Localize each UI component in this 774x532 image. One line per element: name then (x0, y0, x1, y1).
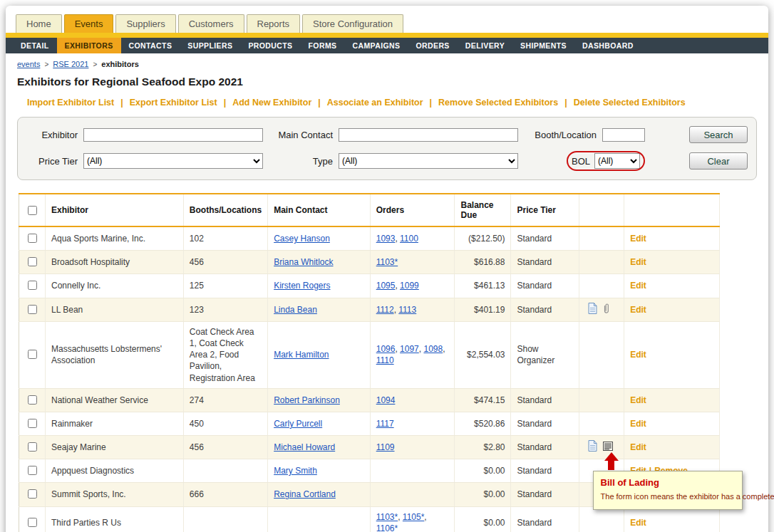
order-link[interactable]: 1103* (376, 512, 398, 522)
booths-cell: 456 (183, 436, 267, 459)
exhibitor-name-cell: Summit Sports, Inc. (46, 483, 184, 506)
subnav-item-campaigns[interactable]: CAMPAIGNS (344, 38, 408, 53)
action-link-associate-an-exhibitor[interactable]: Associate an Exhibitor (327, 98, 423, 108)
action-link-delete-selected-exhibitors[interactable]: Delete Selected Exhibitors (574, 98, 686, 108)
row-actions-cell: Edit (624, 274, 720, 298)
contact-link[interactable]: Carly Purcell (274, 419, 322, 429)
row-checkbox[interactable] (28, 234, 37, 243)
type-filter-label: Type (263, 156, 339, 167)
contact-link[interactable]: Mark Hamilton (274, 350, 329, 360)
contact-link[interactable]: Mary Smith (274, 466, 317, 476)
order-link[interactable]: 1106* (376, 523, 398, 532)
subnav-item-suppliers[interactable]: SUPPLIERS (180, 38, 240, 53)
subnav-item-shipments[interactable]: SHIPMENTS (512, 38, 574, 53)
subnav-item-products[interactable]: PRODUCTS (240, 38, 300, 53)
order-link[interactable]: 1105* (403, 512, 424, 522)
row-checkbox-cell (19, 436, 46, 459)
row-checkbox[interactable] (28, 395, 37, 405)
price-tier-select[interactable]: (All) (83, 153, 263, 169)
action-link-remove-selected-exhibitors[interactable]: Remove Selected Exhibitors (438, 98, 558, 108)
edit-link[interactable]: Edit (630, 281, 646, 291)
contact-link[interactable]: Casey Hanson (274, 234, 330, 244)
tab-customers[interactable]: Customers (178, 14, 244, 33)
contact-link[interactable]: Kirsten Rogers (274, 281, 330, 291)
exhibitor-name-cell: Massachusetts Lobstermens' Association (46, 321, 184, 388)
tab-store-configuration[interactable]: Store Configuration (302, 14, 403, 33)
edit-link[interactable]: Edit (630, 257, 646, 267)
breadcrumb-link-events[interactable]: events (17, 60, 40, 68)
order-link[interactable]: 1098 (423, 344, 443, 354)
subnav-item-delivery[interactable]: DELIVERY (458, 38, 512, 53)
order-link[interactable]: 1103* (376, 257, 398, 267)
subnav-item-contacts[interactable]: CONTACTS (121, 38, 180, 53)
main-contact-filter-input[interactable] (339, 128, 518, 142)
exhibitor-filter-input[interactable] (83, 128, 263, 142)
type-select[interactable]: (All) (339, 153, 518, 169)
row-checkbox[interactable] (28, 466, 37, 475)
bol-select[interactable]: (All) (594, 153, 640, 169)
row-checkbox[interactable] (28, 419, 37, 428)
subnav-item-forms[interactable]: FORMS (301, 38, 345, 53)
action-link-add-new-exhibitor[interactable]: Add New Exhibitor (232, 98, 311, 108)
document-icon[interactable] (588, 303, 597, 317)
balance-due-cell: $2.80 (455, 436, 511, 459)
subnav-item-dashboard[interactable]: DASHBOARD (574, 38, 641, 53)
orders-cell: 1109 (370, 436, 455, 459)
table-row: Rainmaker450Carly Purcell1117$520.86Stan… (19, 412, 720, 435)
contact-link[interactable]: Linda Bean (274, 305, 317, 315)
edit-link[interactable]: Edit (630, 518, 646, 528)
order-link[interactable]: 1097 (400, 344, 419, 354)
order-link[interactable]: 1093 (376, 234, 396, 244)
row-checkbox[interactable] (28, 489, 37, 499)
edit-link[interactable]: Edit (630, 395, 646, 405)
subnav-item-exhibitors[interactable]: EXHIBITORS (57, 38, 121, 53)
contact-link[interactable]: Briana Whitlock (274, 257, 333, 267)
search-button[interactable]: Search (689, 126, 748, 143)
action-link-import-exhibitor-list[interactable]: Import Exhibitor List (27, 98, 114, 108)
row-checkbox[interactable] (28, 281, 37, 290)
column-header-attachments (579, 194, 624, 226)
action-link-export-exhibitor-list[interactable]: Export Exhibitor List (130, 98, 217, 108)
tab-events[interactable]: Events (64, 14, 114, 33)
tab-home[interactable]: Home (16, 14, 62, 33)
order-link[interactable]: 1100 (400, 234, 418, 244)
row-checkbox-cell (19, 388, 46, 412)
row-checkbox-cell (19, 459, 46, 483)
breadcrumb-separator: > (93, 61, 97, 68)
order-link[interactable]: 1096 (376, 344, 396, 354)
edit-link[interactable]: Edit (630, 442, 646, 452)
row-checkbox[interactable] (28, 350, 37, 359)
table-row: Seajay Marine456Michael Howard1109$2.80S… (19, 436, 720, 459)
select-all-checkbox[interactable] (28, 206, 37, 215)
edit-link[interactable]: Edit (630, 305, 646, 315)
subnav-item-detail[interactable]: DETAIL (13, 38, 57, 53)
booth-filter-input[interactable] (602, 128, 645, 142)
order-link[interactable]: 1094 (376, 395, 396, 405)
row-checkbox[interactable] (28, 518, 37, 527)
tab-suppliers[interactable]: Suppliers (115, 14, 175, 33)
tab-reports[interactable]: Reports (247, 14, 301, 33)
edit-link[interactable]: Edit (630, 350, 646, 360)
row-checkbox[interactable] (28, 305, 37, 314)
paperclip-icon[interactable] (603, 303, 610, 317)
edit-link[interactable]: Edit (630, 234, 646, 244)
contact-link[interactable]: Robert Parkinson (274, 395, 340, 405)
order-link[interactable]: 1110 (376, 355, 394, 365)
order-link[interactable]: 1095 (376, 281, 396, 291)
clear-button[interactable]: Clear (689, 152, 748, 169)
table-row: Connelly Inc.125Kirsten Rogers1095, 1099… (19, 274, 720, 298)
order-link[interactable]: 1113 (398, 305, 416, 315)
subnav-item-orders[interactable]: ORDERS (408, 38, 457, 53)
row-checkbox[interactable] (28, 257, 37, 266)
contact-link[interactable]: Regina Cortland (274, 489, 336, 499)
row-checkbox[interactable] (28, 442, 37, 452)
order-link[interactable]: 1112 (376, 305, 394, 315)
bill-of-lading-icon[interactable]: Bill of Lading The form icon means the e… (603, 442, 613, 454)
edit-link[interactable]: Edit (630, 419, 646, 429)
breadcrumb-link-rse-2021[interactable]: RSE 2021 (53, 60, 88, 68)
contact-link[interactable]: Michael Howard (274, 442, 335, 452)
order-link[interactable]: 1109 (376, 442, 395, 452)
booth-filter-label: Booth/Location (518, 130, 602, 140)
order-link[interactable]: 1099 (400, 281, 419, 291)
order-link[interactable]: 1117 (376, 419, 394, 429)
